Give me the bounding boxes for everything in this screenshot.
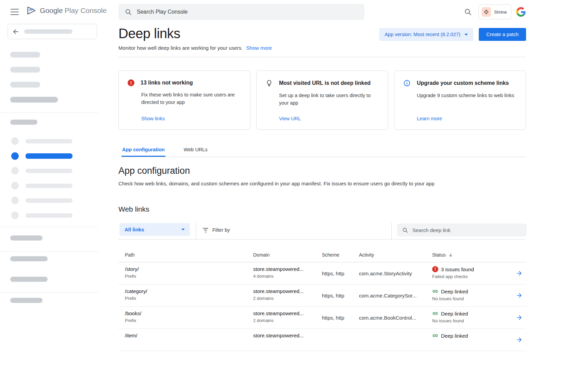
- section-title: App configuration: [118, 166, 526, 176]
- table-row[interactable]: /item/ store.steampowered... Deep linked: [118, 329, 526, 351]
- sidebar-nav-item[interactable]: [0, 166, 99, 175]
- tab-web-urls[interactable]: Web URLs: [183, 143, 208, 157]
- path-type: Prefix: [125, 274, 253, 279]
- app-version-dropdown[interactable]: App version: Most recent (8.2.027): [379, 28, 473, 41]
- google-g-icon: [516, 7, 526, 17]
- skeleton-bar: [10, 298, 43, 303]
- domain-value: store.steampowered...: [253, 266, 322, 272]
- skeleton-bar: [10, 82, 40, 88]
- skeleton-bar: [10, 67, 40, 73]
- header-actions: App version: Most recent (8.2.027) Creat…: [379, 28, 526, 41]
- path-type: Prefix: [125, 318, 253, 323]
- skeleton-bar: [24, 29, 72, 34]
- skeleton-bar: [26, 198, 72, 203]
- nav-item-icon: [11, 197, 19, 204]
- table-header-row: Path Domain Scheme Activity Status: [118, 240, 526, 262]
- filter-by-button[interactable]: Filter by: [203, 223, 230, 237]
- sidebar-nav-item[interactable]: [0, 196, 99, 205]
- activity-value: com.acme.CategorySor...: [359, 285, 432, 306]
- arrow-forward-icon: [516, 336, 523, 343]
- show-links-link[interactable]: Show links: [141, 116, 165, 121]
- sidebar-nav-item[interactable]: [0, 136, 99, 146]
- play-console-logo[interactable]: Google Play Console: [26, 5, 107, 16]
- row-detail-arrow-button[interactable]: [514, 291, 524, 300]
- domain-count: 4 domains: [253, 274, 322, 279]
- card-upgrade-schemes: Upgrade your custom scheme links Upgrade…: [394, 71, 526, 130]
- sort-descending-icon: [448, 252, 453, 258]
- table-row[interactable]: /story/ Prefix store.steampowered... 4 d…: [118, 262, 526, 285]
- domain-value: store.steampowered...: [253, 288, 322, 294]
- vertical-divider: [196, 223, 196, 240]
- column-header-domain[interactable]: Domain: [253, 252, 322, 258]
- filter-bar: All links Filter by: [118, 223, 526, 240]
- table-row[interactable]: /category/ Prefix store.steampowered... …: [118, 285, 526, 307]
- global-search-input[interactable]: [137, 9, 358, 15]
- card-most-visited-url: Most visited URL is not deep linked Set …: [256, 71, 388, 130]
- arrow-back-icon: [12, 28, 19, 35]
- status-detail: Failed app checks: [432, 274, 510, 279]
- page-title: Deep links: [118, 26, 272, 41]
- path-type: Prefix: [125, 296, 253, 301]
- card-title: Upgrade your custom scheme links: [417, 80, 509, 86]
- chevron-down-icon: [464, 34, 468, 35]
- card-title: 13 links not working: [141, 80, 193, 86]
- deep-link-search-box[interactable]: [397, 224, 527, 236]
- skeleton-bar: [10, 52, 40, 58]
- links-filter-value: All links: [125, 227, 144, 232]
- view-url-link[interactable]: View URL: [279, 116, 301, 121]
- activity-value: [359, 329, 432, 351]
- sidebar-divider: [0, 292, 99, 293]
- nav-item-icon: [11, 212, 19, 219]
- learn-more-link[interactable]: Learn more: [417, 116, 442, 121]
- vertical-divider: [391, 223, 392, 240]
- link-icon: [432, 288, 438, 294]
- sidebar-nav-item[interactable]: [0, 181, 99, 190]
- status-detail: No issues found: [432, 318, 510, 323]
- page-search-button[interactable]: [463, 7, 473, 17]
- sidebar-nav-item[interactable]: [0, 211, 99, 220]
- activity-value: com.acme.StoryActivity: [359, 262, 432, 284]
- search-icon: [125, 8, 132, 16]
- sidebar-divider: [0, 112, 99, 113]
- info-icon: [403, 79, 411, 87]
- sidebar-nav-item-active[interactable]: [0, 151, 99, 161]
- show-more-link[interactable]: Show more: [246, 45, 272, 51]
- status-detail: No issues found: [432, 296, 510, 301]
- create-patch-button[interactable]: Create a patch: [479, 28, 526, 41]
- error-icon: [128, 79, 134, 86]
- hamburger-menu-button[interactable]: [10, 8, 19, 16]
- app-switcher-chip[interactable]: Shrine: [478, 4, 511, 19]
- search-icon: [464, 8, 472, 16]
- table-row[interactable]: /books/ Prefix store.steampowered... 2 d…: [118, 307, 526, 329]
- domain-count: 2 domains: [253, 318, 322, 323]
- sidebar-back-box[interactable]: [7, 24, 97, 39]
- arrow-forward-icon: [516, 292, 523, 299]
- subtitle-text: Monitor how well deep links are working …: [118, 45, 243, 51]
- logo-text-play-console: Play Console: [65, 6, 107, 15]
- links-filter-dropdown[interactable]: All links: [119, 223, 190, 236]
- column-header-path[interactable]: Path: [118, 252, 253, 258]
- sidebar-divider: [0, 251, 99, 252]
- nav-item-icon: [11, 167, 19, 174]
- scheme-value: [322, 329, 359, 351]
- link-icon: [432, 310, 438, 317]
- tab-app-configuration[interactable]: App configuration: [121, 143, 165, 157]
- global-search-box[interactable]: [118, 4, 364, 20]
- domain-value: store.steampowered...: [253, 310, 322, 316]
- path-value: /story/: [125, 266, 253, 272]
- status-value: Deep linked: [441, 333, 468, 339]
- shrine-app-icon: [481, 7, 491, 17]
- deep-link-search-input[interactable]: [412, 227, 522, 233]
- nav-item-icon: [11, 182, 19, 189]
- app-switcher-label: Shrine: [494, 10, 507, 15]
- column-header-scheme[interactable]: Scheme: [322, 252, 359, 258]
- row-detail-arrow-button[interactable]: [514, 269, 524, 278]
- account-avatar[interactable]: [516, 7, 526, 17]
- column-header-activity[interactable]: Activity: [359, 252, 432, 258]
- column-header-status[interactable]: Status: [432, 252, 510, 258]
- skeleton-bar: [26, 184, 72, 188]
- row-detail-arrow-button[interactable]: [514, 335, 524, 344]
- arrow-forward-icon: [516, 314, 523, 321]
- section-description: Check how web links, domains, and custom…: [118, 181, 526, 186]
- row-detail-arrow-button[interactable]: [514, 313, 524, 322]
